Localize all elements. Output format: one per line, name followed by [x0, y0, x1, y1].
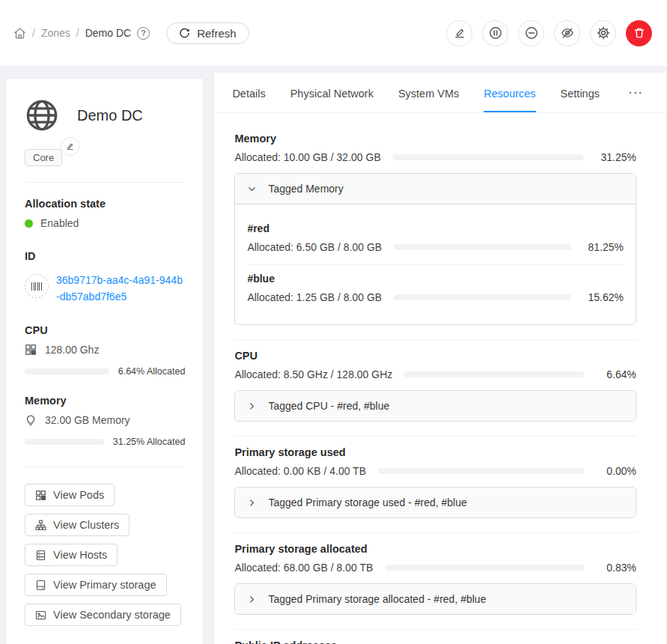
resource-progress-row: Allocated: 10.00 GB / 32.00 GB 31.25% — [234, 151, 636, 163]
tab-details[interactable]: Details — [232, 73, 265, 112]
allocated-text: Allocated: 0.00 KB / 4.00 TB — [234, 465, 366, 477]
view-primary-storage-button[interactable]: View Primary storage — [25, 574, 167, 596]
tabs-more-button[interactable]: ··· — [624, 87, 648, 99]
divider — [234, 532, 636, 533]
divider — [247, 264, 624, 265]
zone-title: Demo DC — [77, 107, 143, 124]
zone-actions — [446, 20, 652, 46]
resource-title: CPU — [234, 350, 636, 362]
barcode-icon — [25, 274, 49, 298]
globe-icon — [25, 98, 59, 133]
tab-physical-network[interactable]: Physical Network — [290, 73, 374, 112]
tagged-cpu-collapse-header[interactable]: Tagged CPU - #red, #blue — [235, 391, 636, 421]
pencil-icon — [454, 27, 466, 39]
tab-resources[interactable]: Resources — [484, 73, 535, 112]
breadcrumb: / Zones / Demo DC ? Refresh — [13, 22, 249, 44]
percent-value: 6.64% — [596, 368, 636, 380]
cpu-label: CPU — [25, 324, 185, 336]
collapse-label: Tagged Primary storage used - #red, #blu… — [268, 496, 466, 508]
view-secondary-storage-button[interactable]: View Secondary storage — [25, 604, 181, 626]
allocated-text: Allocated: 68.00 GB / 8.00 TB — [234, 562, 373, 574]
divider — [234, 629, 636, 630]
tagged-primary-storage-allocated-collapse: Tagged Primary storage allocated - #red,… — [234, 583, 636, 615]
pause-zone-button[interactable] — [482, 20, 508, 46]
breadcrumb-current: Demo DC — [85, 27, 131, 39]
settings-zone-button[interactable] — [590, 20, 616, 46]
view-clusters-label: View Clusters — [53, 519, 119, 531]
divider — [25, 182, 185, 183]
tagged-memory-collapse: Tagged Memory #red Allocated: 6.50 GB / … — [234, 173, 636, 325]
delete-zone-button[interactable] — [626, 20, 652, 46]
tab-bar: Details Physical Network System VMs Reso… — [214, 73, 666, 113]
collapse-label: Tagged Primary storage allocated - #red,… — [268, 593, 486, 605]
tag-name: #red — [247, 222, 624, 234]
divider — [25, 467, 185, 467]
tag-name: #blue — [247, 273, 624, 285]
page-content: Demo DC Core Allocation state Enabled ID… — [0, 66, 667, 644]
allocated-text: Allocated: 8.50 GHz / 128.00 GHz — [234, 368, 392, 380]
memory-allocated-label: 31.25% Allocated — [113, 437, 186, 447]
zone-detail-card: Details Physical Network System VMs Reso… — [213, 72, 667, 644]
zone-view-buttons: View Pods View Clusters — [25, 484, 185, 626]
tagged-primary-storage-allocated-collapse-header[interactable]: Tagged Primary storage allocated - #red,… — [235, 584, 636, 614]
bulb-icon — [25, 414, 37, 426]
allocation-state-value: Enabled — [40, 217, 79, 229]
resource-section-primary-storage-used: Primary storage used Allocated: 0.00 KB … — [234, 446, 636, 518]
edit-tags-button[interactable] — [61, 137, 79, 156]
resource-section-cpu: CPU Allocated: 8.50 GHz / 128.00 GHz 6.6… — [234, 350, 636, 422]
memory-capacity: 32.00 GB Memory — [45, 414, 130, 426]
disable-zone-button[interactable] — [518, 20, 544, 46]
tagged-memory-collapse-header[interactable]: Tagged Memory — [235, 174, 636, 204]
collapse-label: Tagged CPU - #red, #blue — [268, 400, 389, 412]
percent-value: 81.25% — [583, 241, 624, 253]
view-hosts-button[interactable]: View Hosts — [25, 544, 118, 566]
chevron-right-icon — [247, 498, 257, 508]
percent-value: 0.83% — [596, 562, 636, 574]
breadcrumb-zones[interactable]: Zones — [41, 27, 70, 39]
zone-tags: Core — [25, 137, 185, 171]
percent-value: 15.62% — [583, 291, 624, 303]
resource-title: Primary storage allocated — [234, 543, 636, 555]
view-secondary-storage-label: View Secondary storage — [53, 609, 171, 621]
percent-value: 31.25% — [596, 151, 636, 163]
grid-icon — [25, 344, 37, 356]
id-label: ID — [25, 250, 185, 262]
tagged-primary-storage-used-collapse-header[interactable]: Tagged Primary storage used - #red, #blu… — [235, 487, 636, 517]
memory-progress: 31.25% Allocated — [25, 437, 185, 447]
resource-progress-row: Allocated: 1.25 GB / 8.00 GB 15.62% — [247, 291, 624, 303]
cluster-icon — [35, 520, 46, 531]
tab-settings[interactable]: Settings — [561, 73, 600, 112]
hide-zone-button[interactable] — [554, 20, 580, 46]
percent-value: 0.00% — [596, 465, 636, 477]
edit-zone-button[interactable] — [446, 20, 472, 46]
page-header: / Zones / Demo DC ? Refresh — [0, 0, 667, 66]
resource-progress-row: Allocated: 68.00 GB / 8.00 TB 0.83% — [234, 562, 636, 574]
question-circle-icon[interactable]: ? — [137, 27, 150, 40]
tab-system-vms[interactable]: System VMs — [398, 73, 459, 112]
pause-circle-icon — [489, 26, 502, 40]
tagged-cpu-collapse: Tagged CPU - #red, #blue — [234, 390, 636, 422]
zone-id-link[interactable]: 36b9717b-aa4c-4a91-944b-db57abd7f6e5 — [56, 273, 185, 305]
resource-title: Memory — [234, 133, 636, 145]
core-tag[interactable]: Core — [25, 149, 62, 166]
allocation-state-label: Allocation state — [25, 198, 185, 210]
refresh-button[interactable]: Refresh — [166, 22, 249, 44]
resource-progress-row: Allocated: 8.50 GHz / 128.00 GHz 6.64% — [234, 368, 636, 380]
picture-icon — [35, 610, 46, 621]
grid-icon — [35, 490, 46, 501]
zone-summary-card: Demo DC Core Allocation state Enabled ID… — [6, 78, 204, 644]
reload-icon — [179, 28, 190, 39]
tagged-item-red: #red Allocated: 6.50 GB / 8.00 GB 81.25% — [247, 222, 624, 253]
home-icon[interactable] — [13, 27, 26, 40]
cpu-capacity: 128.00 Ghz — [45, 344, 99, 356]
view-clusters-button[interactable]: View Clusters — [25, 514, 130, 536]
hdd-icon — [35, 580, 46, 591]
trash-icon — [633, 27, 645, 39]
resources-panel: Memory Allocated: 10.00 GB / 32.00 GB 31… — [214, 113, 666, 644]
resource-section-primary-storage-allocated: Primary storage allocated Allocated: 68.… — [234, 543, 636, 615]
cpu-allocated-label: 6.64% Allocated — [118, 366, 186, 377]
chevron-right-icon — [247, 401, 257, 411]
resource-progress-row: Allocated: 6.50 GB / 8.00 GB 81.25% — [247, 241, 624, 253]
view-pods-button[interactable]: View Pods — [25, 484, 115, 506]
tagged-primary-storage-used-collapse: Tagged Primary storage used - #red, #blu… — [234, 487, 636, 518]
